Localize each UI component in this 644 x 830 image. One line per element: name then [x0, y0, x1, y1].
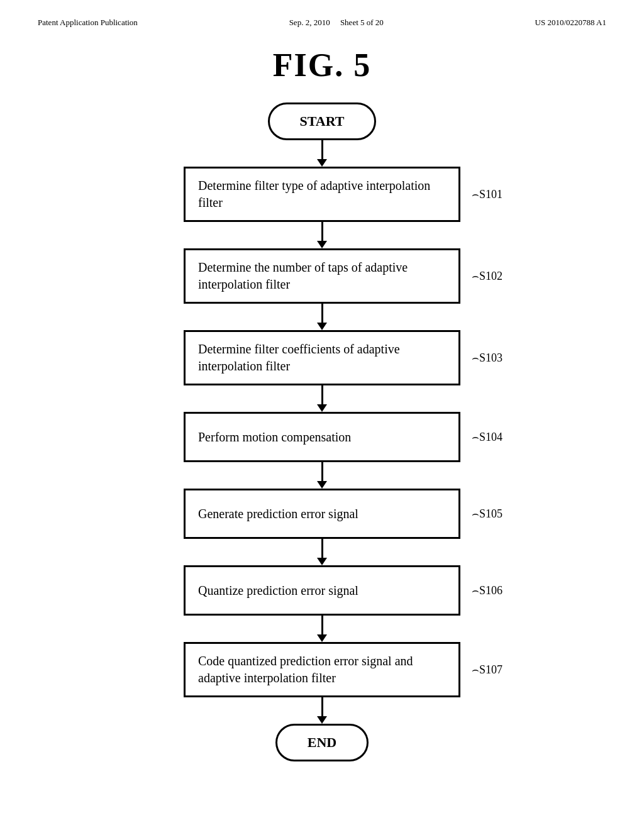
arrow-connector	[321, 304, 323, 324]
step-s104-text: Perform motion compensation	[198, 429, 446, 446]
step-s107-box: Code quantized prediction error signal a…	[184, 642, 460, 697]
header-left: Patent Application Publication	[38, 18, 138, 28]
arrow-connector	[321, 385, 323, 406]
step-s103-label: ⌢S103	[472, 351, 502, 365]
arrow-connector	[321, 616, 323, 636]
page-header: Patent Application Publication Sep. 2, 2…	[0, 0, 644, 34]
step-s102-box: Determine the number of taps of adaptive…	[184, 248, 460, 304]
step-s103-wrapper: Determine filter coefficients of adaptiv…	[184, 330, 460, 385]
flowchart: START Determine filter type of adaptive …	[0, 102, 644, 761]
header-center: Sep. 2, 2010 Sheet 5 of 20	[289, 18, 384, 28]
arrow-connector	[321, 222, 323, 242]
step-s107-wrapper: Code quantized prediction error signal a…	[184, 642, 460, 697]
step-s107-text: Code quantized prediction error signal a…	[198, 653, 446, 687]
step-s105-box: Generate prediction error signal ⌢S105	[184, 489, 460, 539]
step-s106-box: Quantize prediction error signal ⌢S106	[184, 565, 460, 616]
step-s106-text: Quantize prediction error signal	[198, 582, 446, 599]
step-s102-text: Determine the number of taps of adaptive…	[198, 259, 446, 293]
step-s101-text: Determine filter type of adaptive interp…	[198, 177, 446, 211]
step-s102-label: ⌢S102	[472, 270, 502, 283]
arrow-connector	[321, 539, 323, 559]
step-s104-label: ⌢S104	[472, 431, 502, 444]
step-s105-wrapper: Generate prediction error signal ⌢S105	[184, 489, 460, 539]
arrow-connector	[321, 462, 323, 482]
arrow-connector	[321, 140, 323, 160]
step-s101-wrapper: Determine filter type of adaptive interp…	[184, 167, 460, 222]
step-s106-label: ⌢S106	[472, 584, 502, 597]
step-s101-box: Determine filter type of adaptive interp…	[184, 167, 460, 222]
step-s102-wrapper: Determine the number of taps of adaptive…	[184, 248, 460, 304]
arrow-connector	[321, 697, 323, 717]
step-s106-wrapper: Quantize prediction error signal ⌢S106	[184, 565, 460, 616]
step-s103-box: Determine filter coefficients of adaptiv…	[184, 330, 460, 385]
step-s105-label: ⌢S105	[472, 507, 502, 521]
step-s104-wrapper: Perform motion compensation ⌢S104	[184, 412, 460, 462]
step-s101-label: ⌢S101	[472, 188, 502, 201]
step-s107-label: ⌢S107	[472, 663, 502, 677]
end-oval: END	[275, 724, 369, 761]
start-oval: START	[268, 102, 377, 140]
figure-title: FIG. 5	[0, 47, 644, 84]
step-s103-text: Determine filter coefficients of adaptiv…	[198, 341, 446, 375]
header-right: US 2010/0220788 A1	[535, 18, 606, 28]
step-s105-text: Generate prediction error signal	[198, 506, 446, 523]
step-s104-box: Perform motion compensation ⌢S104	[184, 412, 460, 462]
